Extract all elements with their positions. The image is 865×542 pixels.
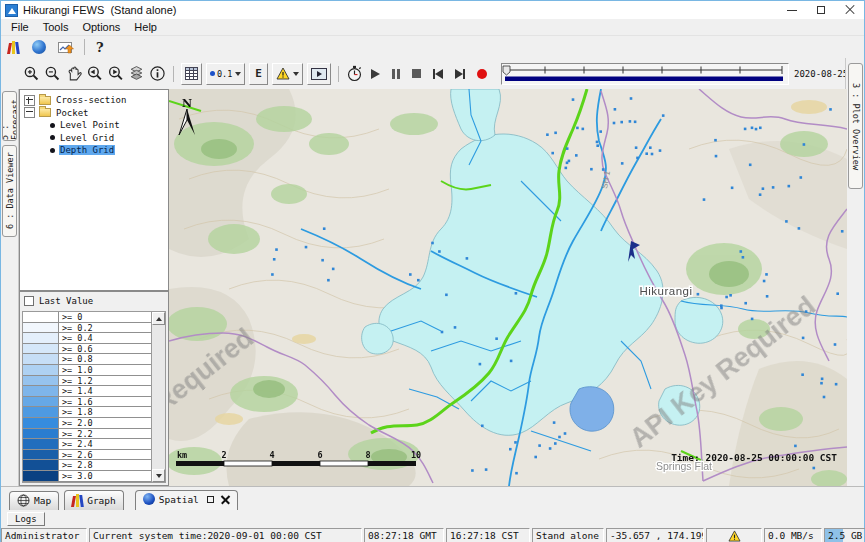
bottom-tab-bar: Map Graph Spatial — [1, 486, 864, 510]
legend-scrollbar[interactable] — [151, 312, 165, 482]
tab-plot-overview[interactable]: 3 : Plot Overview — [848, 63, 863, 189]
map-toolbar: 0.1 E — [1, 58, 845, 89]
status-warning-cell[interactable] — [706, 528, 762, 542]
scale-tick: 6 — [317, 450, 322, 460]
legend-label: >= 2.8 — [59, 460, 151, 470]
stop-button[interactable] — [412, 69, 421, 78]
menu-tools[interactable]: Tools — [36, 20, 76, 34]
info-icon[interactable] — [149, 65, 166, 82]
menu-bar: File Tools Options Help — [1, 19, 864, 36]
legend-panel: Last Value >= 0 >= 0.2 >= 0.4 >= 0.6 >= … — [19, 291, 169, 486]
menu-file[interactable]: File — [4, 20, 36, 34]
legend-header: Last Value — [20, 292, 168, 309]
legend-label: >= 0 — [59, 312, 151, 322]
legend-label: >= 3.0 — [59, 471, 151, 481]
legend-label: >= 1.6 — [59, 397, 151, 407]
legend-row: >= 3.0 — [23, 471, 151, 482]
last-value-checkbox[interactable] — [24, 296, 34, 306]
legend-row: >= 2.2 — [23, 429, 151, 440]
tab-forecast[interactable]: 5 : Forecast — [2, 91, 17, 141]
leaf-bullet-icon — [50, 148, 55, 153]
time-slider[interactable] — [501, 63, 789, 85]
scale-tick: 10 — [411, 450, 421, 460]
scale-tick: 2 — [221, 450, 226, 460]
pan-hand-icon[interactable] — [65, 65, 82, 82]
legend-row: >= 2.4 — [23, 439, 151, 450]
step-back-button[interactable] — [433, 69, 443, 79]
legend-label: >= 2.0 — [59, 418, 151, 428]
tab-spatial-label: Spatial — [159, 494, 199, 505]
memory-text: 2.5 GB — [828, 530, 862, 541]
layers-tree-panel: Cross-section Pocket Level Point Level G… — [19, 89, 169, 291]
legend-row: >= 1.4 — [23, 386, 151, 397]
class-interval-dropdown[interactable]: 0.1 — [206, 63, 245, 85]
logs-button[interactable]: Logs — [7, 512, 45, 526]
record-button[interactable] — [477, 69, 487, 79]
step-forward-button[interactable] — [455, 69, 465, 79]
pause-button[interactable] — [392, 69, 400, 79]
leaf-bullet-icon — [50, 135, 55, 140]
tab-maximize-icon[interactable] — [207, 496, 214, 503]
legend-label: >= 0.2 — [59, 323, 151, 333]
legend-row: >= 0.8 — [23, 354, 151, 365]
scroll-down-button[interactable] — [152, 469, 165, 482]
tree-item-level-point[interactable]: Level Point — [20, 119, 168, 132]
legend-row: >= 1.6 — [23, 397, 151, 408]
menu-options[interactable]: Options — [75, 20, 127, 34]
database-icon[interactable] — [8, 40, 19, 54]
tab-data-viewer[interactable]: 6 : Data Viewer — [2, 145, 17, 237]
grid-display-button[interactable] — [181, 63, 202, 85]
legend-swatch — [23, 471, 59, 481]
tab-map[interactable]: Map — [9, 491, 59, 510]
minimize-button[interactable] — [777, 1, 806, 19]
tree-item-depth-grid[interactable]: Depth Grid — [20, 144, 168, 157]
scale-tick: 4 — [269, 450, 274, 460]
play-button[interactable] — [371, 69, 380, 79]
legend-swatch — [23, 312, 59, 322]
zoom-out-icon[interactable] — [44, 65, 61, 82]
tree-item-cross-section[interactable]: Cross-section — [20, 94, 168, 107]
tab-graph[interactable]: Graph — [64, 490, 124, 510]
legend-row: >= 2.8 — [23, 460, 151, 471]
last-value-label: Last Value — [39, 296, 93, 306]
export-timeseries-icon[interactable] — [58, 40, 74, 54]
maximize-button[interactable] — [806, 1, 835, 19]
chevron-down-icon — [235, 72, 241, 76]
arrow-up-icon — [156, 317, 162, 321]
status-bar: Administrator Current system time:2020-0… — [1, 528, 864, 542]
tab-close-icon[interactable] — [221, 495, 230, 504]
menu-help[interactable]: Help — [127, 20, 164, 34]
time-slider-track — [502, 64, 786, 82]
warning-threshold-dropdown[interactable] — [272, 63, 303, 85]
help-button[interactable]: ? — [96, 40, 104, 55]
zoom-previous-icon[interactable] — [86, 65, 103, 82]
tree-item-pocket[interactable]: Pocket — [20, 107, 168, 120]
tab-spatial[interactable]: Spatial — [135, 490, 238, 510]
zoom-in-icon[interactable] — [23, 65, 40, 82]
window-title: Hikurangi FEWS (Stand alone) — [23, 4, 176, 16]
zoom-next-icon[interactable] — [107, 65, 124, 82]
collapse-icon[interactable] — [24, 107, 35, 118]
window-controls — [777, 1, 864, 19]
legend-row: >= 2.6 — [23, 450, 151, 461]
map-canvas[interactable]: API Key Required API Key Required SH 1 H… — [169, 89, 847, 486]
current-frame-datetime: 2020-08-25 00:00:00 CST — [794, 69, 845, 79]
animation-timer-icon[interactable] — [346, 65, 363, 82]
legend-swatch — [23, 354, 59, 364]
legend-label: >= 1.8 — [59, 407, 151, 417]
globe-map-icon[interactable] — [32, 40, 46, 54]
warning-icon — [728, 530, 741, 542]
status-cst-time: 16:27:18 CST — [446, 528, 530, 542]
animation-movie-button[interactable] — [307, 63, 331, 85]
legend-row: >= 1.2 — [23, 376, 151, 387]
stop-icon — [412, 69, 421, 78]
expand-icon[interactable] — [24, 95, 35, 106]
scroll-up-button[interactable] — [152, 312, 165, 325]
close-button[interactable] — [835, 1, 864, 19]
legend-swatch — [23, 407, 59, 417]
time-slider-thumb[interactable] — [503, 66, 510, 75]
legend-row: >= 0.2 — [23, 323, 151, 334]
labels-toggle-button[interactable]: E — [249, 63, 268, 85]
tree-item-level-grid[interactable]: Level Grid — [20, 132, 168, 145]
layers-icon[interactable] — [128, 65, 145, 82]
